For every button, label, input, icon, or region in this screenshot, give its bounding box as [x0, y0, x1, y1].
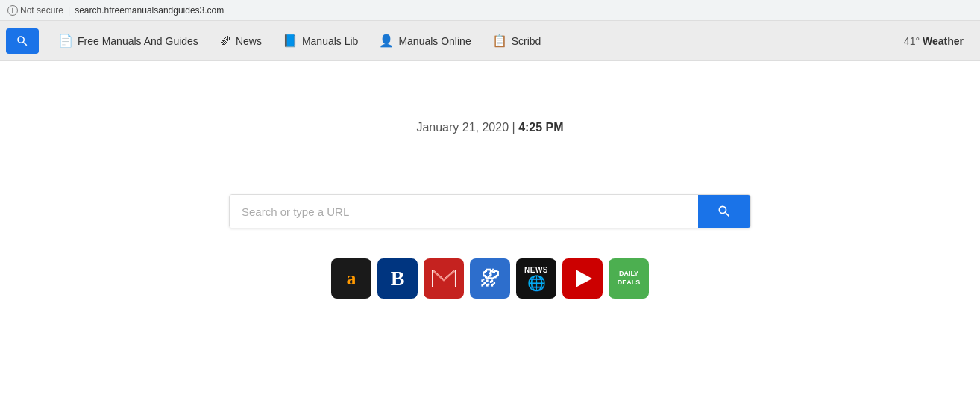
quick-link-youtube[interactable]	[562, 258, 603, 299]
nav-scribd-label: Scribd	[512, 35, 541, 47]
nav-manuals-lib[interactable]: 📘 Manuals Lib	[272, 29, 369, 52]
nav-free-manuals-label: Free Manuals And Guides	[78, 35, 198, 47]
toolbar-nav-items: 📄 Free Manuals And Guides 🗞 News 📘 Manua…	[48, 29, 893, 52]
nav-manuals-lib-label: Manuals Lib	[302, 35, 359, 47]
address-bar: i Not secure | search.hfreemanualsandgui…	[0, 0, 980, 21]
info-icon: i	[7, 5, 18, 16]
nav-manuals-online-label: Manuals Online	[398, 35, 471, 47]
quick-link-deals[interactable]: DAILY DEALS	[609, 258, 649, 299]
news-globe-icon: 🌐	[527, 274, 546, 292]
news-text: NEWS	[524, 266, 548, 274]
amazon-icon: a	[347, 267, 356, 290]
datetime-separator: |	[512, 121, 519, 134]
main-search-button[interactable]	[698, 195, 750, 228]
weather-label: Weather	[923, 35, 964, 47]
toolbar-search-button[interactable]	[6, 28, 39, 54]
free-manuals-icon: 📄	[58, 34, 73, 48]
not-secure-indicator: i Not secure	[7, 5, 63, 16]
quick-link-booking[interactable]: B	[377, 258, 418, 299]
quick-links: a B ⛈ NEWS 🌐	[331, 258, 649, 299]
nav-news-label: News	[236, 35, 262, 47]
datetime-display: January 21, 2020 | 4:25 PM	[416, 121, 563, 134]
weather-temp: 41°	[904, 35, 920, 47]
main-content: January 21, 2020 | 4:25 PM a B	[0, 61, 980, 299]
quick-link-weather[interactable]: ⛈	[470, 258, 510, 299]
manuals-lib-icon: 📘	[283, 34, 298, 48]
not-secure-label: Not secure	[20, 5, 63, 16]
booking-icon: B	[391, 267, 405, 290]
address-separator: |	[68, 5, 70, 16]
gmail-icon	[432, 270, 456, 287]
main-search-bar	[229, 194, 751, 228]
quick-link-gmail[interactable]	[424, 258, 464, 299]
nav-free-manuals[interactable]: 📄 Free Manuals And Guides	[48, 29, 209, 52]
url-display: search.hfreemanualsandguides3.com	[75, 5, 224, 16]
quick-link-amazon[interactable]: a	[331, 258, 371, 299]
deals-text: DAILY DEALS	[618, 270, 641, 287]
news-box: NEWS 🌐	[524, 266, 548, 292]
search-icon	[16, 34, 29, 48]
time-text: 4:25 PM	[518, 121, 563, 134]
news-icon: 🗞	[219, 34, 231, 48]
main-search-icon	[717, 204, 732, 219]
toolbar-weather[interactable]: 41° Weather	[893, 31, 974, 52]
main-search-input[interactable]	[230, 195, 698, 228]
scribd-icon: 📋	[492, 34, 507, 48]
toolbar: 📄 Free Manuals And Guides 🗞 News 📘 Manua…	[0, 21, 980, 61]
quick-link-news[interactable]: NEWS 🌐	[516, 258, 556, 299]
nav-manuals-online[interactable]: 👤 Manuals Online	[368, 29, 481, 52]
nav-news[interactable]: 🗞 News	[209, 30, 272, 52]
date-text: January 21, 2020	[416, 121, 509, 134]
nav-scribd[interactable]: 📋 Scribd	[482, 29, 552, 52]
manuals-online-icon: 👤	[379, 34, 394, 48]
youtube-play-icon	[576, 270, 592, 287]
weather-app-icon: ⛈	[480, 267, 500, 290]
